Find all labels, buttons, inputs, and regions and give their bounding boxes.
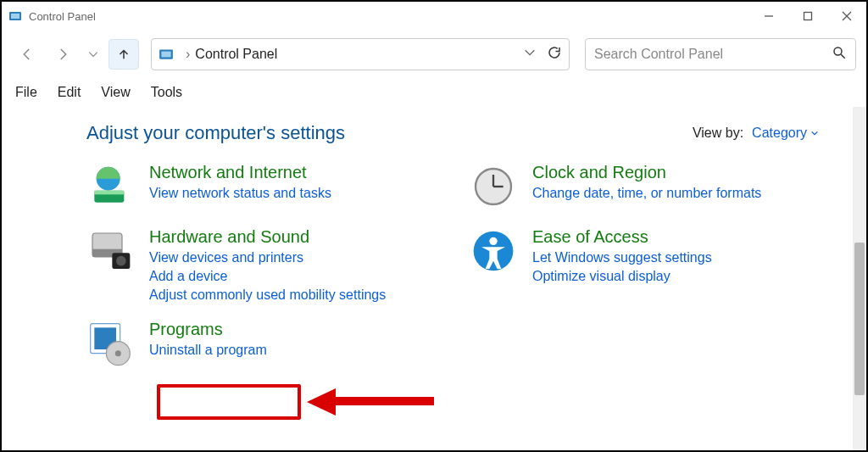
menu-file[interactable]: File	[7, 81, 46, 103]
recent-dropdown[interactable]	[83, 39, 103, 70]
svg-point-21	[489, 237, 497, 245]
svg-rect-12	[94, 191, 124, 195]
window-title: Control Panel	[29, 10, 96, 23]
category-title-hardware[interactable]: Hardware and Sound	[149, 227, 386, 247]
close-button[interactable]	[827, 2, 866, 31]
view-by-value[interactable]: Category	[752, 126, 819, 141]
scrollbar-track[interactable]	[853, 107, 866, 450]
category-title-ease[interactable]: Ease of Access	[532, 227, 712, 247]
chevron-down-icon	[810, 129, 819, 137]
clock-icon	[470, 163, 517, 210]
category-title-clock[interactable]: Clock and Region	[532, 163, 761, 182]
titlebar: Control Panel	[2, 2, 866, 31]
category-ease-of-access: Ease of Access Let Windows suggest setti…	[470, 227, 819, 303]
nav-bar: › Control Panel	[2, 31, 866, 78]
view-by-label: View by:	[693, 126, 743, 141]
window-frame: Control Panel	[0, 0, 868, 452]
search-input[interactable]	[594, 47, 832, 62]
control-panel-icon	[8, 9, 22, 23]
category-grid: Network and Internet View network status…	[86, 163, 819, 367]
link-uninstall-program[interactable]: Uninstall a program	[149, 343, 267, 358]
svg-point-25	[115, 350, 121, 356]
maximize-button[interactable]	[788, 2, 827, 31]
menu-tools[interactable]: Tools	[142, 81, 191, 103]
menu-view[interactable]: View	[92, 81, 138, 103]
forward-button[interactable]	[47, 39, 78, 70]
category-network: Network and Internet View network status…	[86, 163, 436, 210]
ease-of-access-icon	[470, 227, 517, 275]
search-icon[interactable]	[832, 45, 847, 64]
link-optimize-display[interactable]: Optimize visual display	[532, 269, 712, 284]
link-add-device[interactable]: Add a device	[149, 269, 386, 284]
up-button[interactable]	[108, 39, 139, 70]
window-controls	[749, 2, 866, 31]
scrollbar-thumb[interactable]	[854, 243, 865, 395]
category-clock: Clock and Region Change date, time, or n…	[470, 163, 819, 210]
svg-rect-7	[161, 52, 170, 58]
link-mobility-settings[interactable]: Adjust commonly used mobility settings	[149, 287, 386, 303]
category-title-programs[interactable]: Programs	[149, 320, 267, 339]
annotation-arrow	[307, 388, 434, 414]
category-programs: Programs Uninstall a program	[86, 320, 436, 367]
svg-line-9	[841, 54, 845, 59]
svg-rect-3	[804, 13, 812, 20]
programs-icon	[86, 320, 134, 367]
link-windows-suggest[interactable]: Let Windows suggest settings	[532, 250, 712, 265]
back-button[interactable]	[12, 39, 42, 70]
content-area: Adjust your computer's settings View by:…	[2, 107, 866, 450]
menu-bar: File Edit View Tools	[2, 78, 866, 107]
svg-point-8	[834, 47, 842, 55]
minimize-button[interactable]	[749, 2, 788, 31]
refresh-button[interactable]	[547, 45, 562, 64]
search-box[interactable]	[585, 38, 856, 70]
scrollbar[interactable]	[853, 107, 866, 450]
svg-rect-1	[11, 14, 19, 19]
breadcrumb[interactable]: Control Panel	[195, 47, 277, 62]
category-hardware: Hardware and Sound View devices and prin…	[86, 227, 436, 303]
link-view-devices[interactable]: View devices and printers	[149, 250, 386, 265]
link-view-network-status[interactable]: View network status and tasks	[149, 186, 331, 201]
address-dropdown-icon[interactable]	[523, 46, 537, 63]
breadcrumb-separator: ›	[186, 47, 190, 62]
svg-point-19	[116, 256, 126, 266]
titlebar-left: Control Panel	[8, 9, 96, 23]
heading-row: Adjust your computer's settings View by:…	[86, 122, 819, 144]
hardware-icon	[86, 227, 134, 275]
link-change-date-time[interactable]: Change date, time, or number formats	[532, 186, 761, 201]
view-by-control: View by: Category	[693, 126, 819, 141]
address-bar-icon	[159, 47, 174, 62]
network-icon	[86, 163, 134, 210]
menu-edit[interactable]: Edit	[49, 81, 90, 103]
view-by-value-text: Category	[752, 126, 807, 141]
address-bar[interactable]: › Control Panel	[151, 38, 570, 70]
page-heading: Adjust your computer's settings	[86, 122, 345, 144]
category-title-network[interactable]: Network and Internet	[149, 163, 331, 182]
